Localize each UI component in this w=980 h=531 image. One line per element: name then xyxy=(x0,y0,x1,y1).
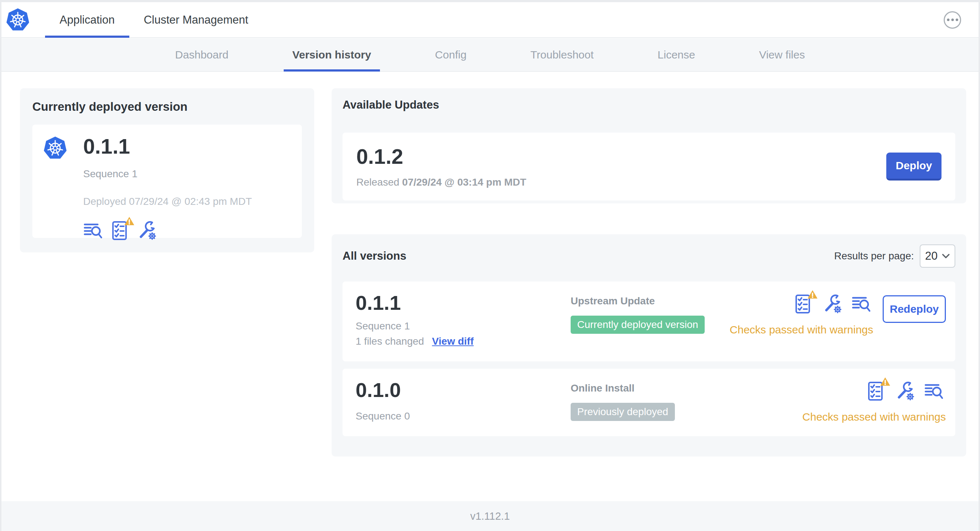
tab-view-files[interactable]: View files xyxy=(751,38,814,71)
ellipsis-icon xyxy=(947,19,950,21)
warning-triangle-icon xyxy=(124,216,135,226)
preflight-checks-icon[interactable] xyxy=(866,381,886,401)
warning-triangle-icon xyxy=(807,289,818,299)
currently-deployed-title: Currently deployed version xyxy=(32,100,302,114)
files-changed-text: 1 files changed xyxy=(356,335,424,347)
update-version-number: 0.1.2 xyxy=(356,145,526,168)
footer: v1.112.1 xyxy=(2,501,978,531)
app-subnav: Dashboard Version history Config Trouble… xyxy=(2,38,978,72)
version-actions: Checks passed with warnings Redeploy xyxy=(730,294,946,336)
version-info: 0.1.0 Sequence 0 xyxy=(356,380,410,422)
results-per-page-value: 20 xyxy=(925,250,937,262)
version-row: 0.1.0 Sequence 0 Online Install Previous… xyxy=(342,369,955,436)
update-released-line: Released 07/29/24 @ 03:14 pm MDT xyxy=(356,176,526,188)
available-updates-title: Available Updates xyxy=(342,99,955,111)
view-files-icon[interactable] xyxy=(924,381,944,401)
chevron-down-icon xyxy=(942,253,950,259)
deployed-version-number: 0.1.1 xyxy=(83,135,252,158)
deployed-timestamp: Deployed 07/29/24 @ 02:43 pm MDT xyxy=(83,196,252,207)
source-label: Upstream Update xyxy=(571,295,705,307)
row-version-number: 0.1.1 xyxy=(356,293,474,314)
available-updates-panel: Available Updates 0.1.2 Released 07/29/2… xyxy=(332,88,966,203)
tab-config[interactable]: Config xyxy=(426,38,476,71)
view-diff-link[interactable]: View diff xyxy=(432,335,474,347)
tab-troubleshoot[interactable]: Troubleshoot xyxy=(522,38,602,71)
results-per-page: Results per page: 20 xyxy=(834,245,955,268)
version-source: Upstream Update Currently deployed versi… xyxy=(571,295,705,334)
tab-cluster-management[interactable]: Cluster Management xyxy=(129,2,263,37)
view-files-icon[interactable] xyxy=(83,221,103,241)
released-date: 07/29/24 @ 03:14 pm MDT xyxy=(402,176,526,188)
currently-deployed-card: 0.1.1 Sequence 1 Deployed 07/29/24 @ 02:… xyxy=(32,125,302,238)
warning-triangle-icon xyxy=(880,377,891,386)
deployed-sequence: Sequence 1 xyxy=(83,168,252,180)
console-version: v1.112.1 xyxy=(470,510,510,522)
top-tabs: Application Cluster Management xyxy=(45,2,262,37)
preflight-status-link[interactable]: Checks passed with warnings xyxy=(730,324,873,336)
deployed-status-badge: Currently deployed version xyxy=(571,316,705,334)
preflight-checks-icon[interactable] xyxy=(793,294,814,314)
all-versions-panel: All versions Results per page: 20 0.1.1 … xyxy=(332,234,966,456)
view-files-icon[interactable] xyxy=(851,294,872,314)
currently-deployed-panel: Currently deployed version 0.1.1 Sequenc… xyxy=(20,88,314,253)
deploy-button[interactable]: Deploy xyxy=(886,153,942,181)
tab-license[interactable]: License xyxy=(649,38,703,71)
deployed-status-badge: Previously deployed xyxy=(571,403,675,421)
kubernetes-logo-icon xyxy=(43,136,67,160)
row-sequence: Sequence 1 xyxy=(356,320,474,332)
version-row: 0.1.1 Sequence 1 1 files changed View di… xyxy=(342,281,955,361)
released-prefix: Released xyxy=(356,176,399,188)
tab-version-history[interactable]: Version history xyxy=(284,38,380,71)
redeploy-button[interactable]: Redeploy xyxy=(883,295,946,323)
deployed-actions xyxy=(83,221,252,241)
preflight-status-link[interactable]: Checks passed with warnings xyxy=(802,411,946,423)
tab-application[interactable]: Application xyxy=(45,2,129,37)
admin-console-page: Application Cluster Management Dashboard… xyxy=(2,2,978,531)
version-info: 0.1.1 Sequence 1 1 files changed View di… xyxy=(356,293,474,347)
results-per-page-label: Results per page: xyxy=(834,250,914,262)
update-card: 0.1.2 Released 07/29/24 @ 03:14 pm MDT D… xyxy=(342,133,955,200)
all-versions-header: All versions Results per page: 20 xyxy=(342,245,955,268)
overflow-menu-button[interactable] xyxy=(944,11,961,29)
results-per-page-select[interactable]: 20 xyxy=(920,245,955,268)
row-version-number: 0.1.0 xyxy=(356,380,410,401)
kubernetes-logo-icon xyxy=(6,8,30,32)
source-label: Online Install xyxy=(571,382,675,394)
preflight-checks-icon[interactable] xyxy=(110,221,130,241)
row-sequence: Sequence 0 xyxy=(356,410,410,422)
edit-config-icon[interactable] xyxy=(137,221,157,241)
edit-config-icon[interactable] xyxy=(822,294,843,314)
version-source: Online Install Previously deployed xyxy=(571,382,675,421)
version-actions: Checks passed with warnings xyxy=(802,381,946,423)
all-versions-title: All versions xyxy=(342,250,406,262)
top-bar: Application Cluster Management xyxy=(2,2,978,38)
edit-config-icon[interactable] xyxy=(895,381,915,401)
tab-dashboard[interactable]: Dashboard xyxy=(166,38,237,71)
